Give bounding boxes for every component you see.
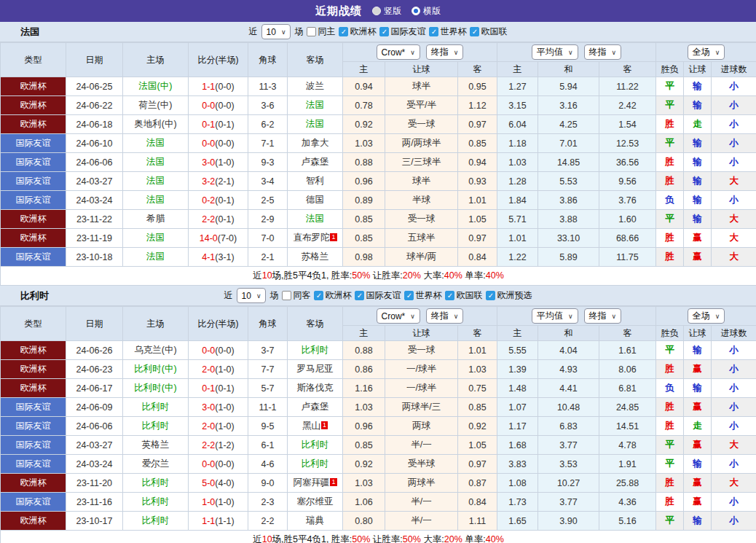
summary-part: 大率: <box>421 270 444 281</box>
sub-col-header: 胜负 <box>656 326 684 341</box>
handicap-line: 受一球 <box>385 115 458 134</box>
corner-count: 9-0 <box>248 474 288 493</box>
away-team: 直布罗陀1 <box>288 229 343 248</box>
col-header: 比分(半场) <box>189 307 248 341</box>
odds-away: 0.85 <box>458 398 497 417</box>
sub-col-header: 让球 <box>684 326 712 341</box>
league-filter[interactable]: ✓欧国联 <box>445 289 482 302</box>
match-score: 0-1(0-1) <box>189 379 248 398</box>
league-checkbox[interactable]: ✓ <box>470 27 479 36</box>
chevron-down-icon: ∨ <box>410 49 415 56</box>
odds-final-index-select[interactable]: 终指∨ <box>426 308 464 324</box>
summary-part: 让胜率: <box>370 534 402 543</box>
league-filter-label: 欧洲杯 <box>325 289 351 302</box>
league-filter[interactable]: ✓欧洲杯 <box>339 26 376 38</box>
same-side-filter[interactable]: 同主 <box>307 26 335 38</box>
result-wdl: 平 <box>656 134 684 153</box>
league-filter[interactable]: ✓欧国联 <box>470 26 507 38</box>
avg-draw: 5.53 <box>538 172 599 191</box>
result-text: 平 <box>665 214 674 224</box>
col-header: 主场 <box>123 43 189 77</box>
halftime-score: (2-1) <box>215 176 234 187</box>
bookmaker-select[interactable]: Crow*∨ <box>377 308 420 324</box>
result-text: 小 <box>729 195 739 205</box>
league-checkbox[interactable]: ✓ <box>486 291 495 300</box>
league-checkbox[interactable]: ✓ <box>314 291 323 300</box>
fulltime-score: 14-0 <box>200 233 218 243</box>
result-handicap: 输 <box>684 172 712 191</box>
league-filter[interactable]: ✓世界杯 <box>404 289 441 302</box>
away-team-name: 比利时 <box>302 440 329 450</box>
same-side-checkbox[interactable] <box>307 27 316 36</box>
games-count-select[interactable]: 10∨ <box>261 24 291 39</box>
league-filter-label: 欧洲杯 <box>350 26 376 38</box>
league-checkbox[interactable]: ✓ <box>355 291 364 300</box>
layout-radio-vertical[interactable]: 竖版 <box>372 5 401 17</box>
result-handicap: 走 <box>684 417 712 436</box>
league-checkbox[interactable]: ✓ <box>404 291 414 300</box>
result-text: 小 <box>729 402 739 412</box>
away-team: 黑山1 <box>288 417 343 436</box>
same-side-filter[interactable]: 同客 <box>282 289 310 302</box>
league-badge: 欧洲杯 <box>1 210 66 229</box>
away-team-name: 比利时 <box>302 345 329 355</box>
halftime-score: (3-1) <box>215 252 234 262</box>
result-text: 胜 <box>665 233 674 243</box>
summary-part: 单率: <box>462 534 486 543</box>
league-filter[interactable]: ✓欧洲杯 <box>314 289 351 302</box>
result-goals: 大 <box>712 248 756 267</box>
chevron-down-icon: ∨ <box>715 313 720 320</box>
chevron-down-icon: ∨ <box>715 49 720 56</box>
league-checkbox[interactable]: ✓ <box>445 291 454 300</box>
corner-count: 2-1 <box>248 248 288 267</box>
match-date: 24-06-17 <box>66 379 123 398</box>
summary-part: 40% <box>444 270 462 281</box>
result-text: 输 <box>693 458 702 469</box>
away-team: 比利时 <box>288 436 343 455</box>
away-team-name: 德国 <box>306 195 324 205</box>
radio-unselected-icon[interactable] <box>372 7 381 15</box>
result-text: 小 <box>729 383 739 393</box>
odds-home: 0.86 <box>343 360 385 379</box>
average-select[interactable]: 平均值∨ <box>532 308 578 324</box>
titlebar: 近期战绩 竖版 横版 <box>0 0 756 22</box>
fulltime-score: 0-1 <box>202 120 215 130</box>
odds-away: 0.87 <box>458 474 497 493</box>
average-select[interactable]: 平均值∨ <box>532 44 578 60</box>
home-team: 荷兰(中) <box>123 96 189 115</box>
league-filter[interactable]: ✓世界杯 <box>429 26 466 38</box>
avg-away: 4.78 <box>599 436 656 455</box>
halftime-score: (0-1) <box>215 383 234 394</box>
league-badge: 欧洲杯 <box>1 77 66 96</box>
avg-draw: 3.77 <box>538 436 599 455</box>
league-filter[interactable]: ✓国际友谊 <box>355 289 401 302</box>
halftime-score: (4-0) <box>215 478 234 488</box>
col-header: 角球 <box>248 307 288 341</box>
avg-final-index-select[interactable]: 终指∨ <box>584 308 622 324</box>
match-row: 欧洲杯24-06-25法国(中)1-1(0-0)11-3波兰0.94球半0.95… <box>1 77 756 96</box>
bookmaker-select[interactable]: Crow*∨ <box>377 44 420 60</box>
full-match-select[interactable]: 全场∨ <box>688 308 725 324</box>
match-date: 23-11-22 <box>66 210 123 229</box>
result-text: 胜 <box>665 421 674 431</box>
away-team: 法国 <box>288 115 343 134</box>
result-wdl: 胜 <box>656 493 684 512</box>
avg-final-index-select[interactable]: 终指∨ <box>584 44 622 60</box>
league-checkbox[interactable]: ✓ <box>429 27 438 36</box>
league-filter[interactable]: ✓欧洲预选 <box>486 289 532 302</box>
result-handicap: 输 <box>684 341 712 360</box>
layout-radio-horizontal[interactable]: 横版 <box>412 5 441 17</box>
league-checkbox[interactable]: ✓ <box>339 27 348 36</box>
full-match-select[interactable]: 全场∨ <box>688 44 725 60</box>
league-filter[interactable]: ✓国际友谊 <box>379 26 425 38</box>
same-side-checkbox[interactable] <box>282 291 291 300</box>
home-team-name: 比利时 <box>142 421 170 431</box>
odds-final-index-select[interactable]: 终指∨ <box>426 44 464 60</box>
league-checkbox[interactable]: ✓ <box>379 27 389 36</box>
result-wdl: 胜 <box>656 248 684 267</box>
games-count-select[interactable]: 10∨ <box>237 288 267 303</box>
fulltime-score: 2-0 <box>202 421 215 431</box>
radio-selected-icon[interactable] <box>412 7 420 15</box>
avg-home: 3.83 <box>497 455 538 474</box>
home-team-name: 法国 <box>146 157 165 167</box>
